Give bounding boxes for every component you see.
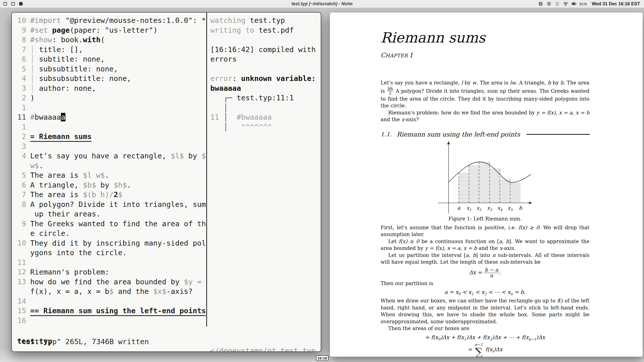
workspace-indicator-3[interactable] [19, 2, 23, 6]
riemann-bar [469, 165, 479, 203]
line-number: 9 [17, 25, 26, 35]
line-number: 2 [17, 132, 26, 142]
code-line[interactable]: 11#bwaaaaa [17, 112, 206, 122]
menu-bar-status-area: 81% Wed 31 Dec 16:16 EST [538, 1, 644, 7]
code-line[interactable]: writing to test.pdf [210, 25, 321, 35]
code-line[interactable]: 5The area is $l w$. [17, 170, 206, 180]
code-line[interactable]: 11 │ #bwaaaaa [210, 112, 321, 122]
code-line[interactable]: 7The area is $(b h)/2$ [17, 190, 206, 200]
line-number: 11 [17, 112, 26, 122]
code-line[interactable]: 9The Greeks wanted to find the area of t… [17, 219, 206, 229]
target-icon[interactable] [546, 1, 551, 6]
pdf-paragraph: Let f(x) ≥ 0 be a continuous function on… [381, 238, 589, 252]
riemann-bar [490, 168, 500, 203]
code-line[interactable]: ygons into the circle. [17, 248, 206, 258]
line-number: 1 [17, 122, 26, 132]
code-line[interactable] [210, 64, 321, 74]
code-line[interactable]: 2= Riemann sums [17, 132, 206, 142]
pdf-paragraph: Let's say you have a rectangle, l by w. … [381, 79, 589, 109]
x-axis-label: x4 [497, 205, 502, 212]
line-number: 9 [17, 219, 26, 229]
code-line[interactable]: 14 [17, 296, 206, 306]
workspace-indicator-1[interactable] [4, 2, 7, 6]
code-line[interactable]: watching test.typ [210, 16, 321, 25]
code-line[interactable]: 7│ title: [], [17, 45, 206, 55]
code-line[interactable]: 10They did it by inscribing many-sided p… [17, 238, 206, 248]
display-math-sum: = n−1∑ f(xi)Δx [381, 343, 589, 357]
line-number: 6 [17, 180, 26, 190]
layers-icon[interactable] [555, 1, 560, 6]
pdf-preview-window[interactable]: Riemann sumsCHAPTER 1Let's say you have … [330, 12, 643, 357]
pdf-figure: ax1x2x3x4x5b [436, 141, 534, 215]
code-line[interactable]: ┌─ test.typ:11:1 [210, 93, 321, 103]
code-line[interactable]: 16 [17, 316, 206, 326]
wifi-icon[interactable] [563, 1, 568, 6]
code-line[interactable]: 1 [17, 103, 206, 113]
pdf-chapter-heading: CHAPTER 1 [381, 52, 589, 59]
line-number: 11 [17, 258, 26, 267]
code-line[interactable]: 8#show: book.with( [17, 35, 206, 45]
code-line[interactable]: 8A polygon? Divide it into triangles, su… [17, 200, 206, 209]
code-line[interactable]: up their areas. [17, 209, 206, 219]
line-number: 2 [17, 93, 26, 103]
globe-icon[interactable] [538, 1, 543, 6]
code-line[interactable]: bwaaaaa [210, 83, 321, 93]
code-line[interactable]: 10#import "@preview/mousse-notes:1.0.0":… [17, 16, 206, 25]
code-line[interactable]: 4Let's say you have a rectangle, $l$ by … [17, 151, 206, 161]
x-axis-label: x3 [487, 205, 492, 212]
code-line[interactable]: 3 [17, 142, 206, 151]
pdf-document-title: Riemann sums [381, 30, 589, 46]
line-number: 1 [17, 103, 26, 113]
code-line[interactable]: 3│ author: none, [17, 83, 206, 93]
x-axis-label: x1 [466, 205, 471, 212]
code-line[interactable]: 1 [17, 122, 206, 132]
code-line[interactable]: 2) [17, 93, 206, 103]
code-line[interactable]: 12Riemann's problem: [17, 267, 206, 277]
code-line[interactable]: 11 [17, 258, 206, 267]
editor-pane-compiler-log[interactable]: watching test.typwriting to test.pdf[16:… [208, 13, 321, 327]
line-number: 3 [17, 142, 26, 151]
code-line[interactable]: f(x), x = a, x = b$ and the $x$-axis? [17, 287, 206, 296]
section-heading-rule [527, 134, 590, 135]
code-line[interactable]: 15== Riemann sum using the left-end poin… [17, 306, 206, 316]
line-number: 7 [17, 190, 26, 200]
code-line[interactable] [210, 35, 321, 45]
code-line[interactable]: 4│ subsubsubtitle: none, [17, 74, 206, 83]
code-line[interactable]: │ [210, 103, 321, 113]
battery-percent: 81% [579, 2, 587, 6]
menu-bar-clock[interactable]: Wed 31 Dec 16:16 EST [592, 1, 640, 7]
riemann-bar [500, 179, 510, 203]
code-line[interactable]: │ ^^^^^^^ [210, 122, 321, 132]
line-number: 5 [17, 64, 26, 74]
code-line[interactable]: error: unknown variable: [210, 74, 321, 83]
code-line[interactable]: 6A triangle, $b$ by $h$. [17, 180, 206, 190]
fraction: b − an [484, 267, 499, 279]
line-number: 4 [17, 151, 26, 161]
line-number: 5 [17, 170, 26, 180]
statusline-right-pane: </dogeystamp/nt test.typ [210, 346, 316, 352]
line-number: 14 [17, 296, 26, 306]
line-number: 8 [17, 200, 26, 209]
code-line[interactable]: 13how do we find the area bounded by $y … [17, 277, 206, 287]
nvim-window[interactable]: 10#import "@preview/mousse-notes:1.0.0":… [11, 12, 321, 352]
pdf-paragraph: First, let's assume that the function is… [381, 224, 589, 238]
code-line[interactable]: 5│ subsubtitle: none, [17, 64, 206, 74]
code-line[interactable]: [16:16:42] compiled with [210, 45, 321, 55]
code-line[interactable]: 9#set page(paper: "us-letter") [17, 25, 206, 35]
code-line[interactable]: w$. [17, 161, 206, 171]
x-axis-arrow [529, 201, 532, 204]
code-line[interactable]: e circle. [17, 229, 206, 238]
editor-pane-source[interactable]: 10#import "@preview/mousse-notes:1.0.0":… [12, 13, 207, 327]
code-line[interactable]: errors [210, 54, 321, 64]
code-line[interactable]: 6│ subtitle: none, [17, 54, 206, 64]
pdf-paragraph: Then the areas of our boxes are [381, 325, 589, 332]
riemann-bar [459, 173, 469, 203]
display-math: Δx = b − an. [381, 267, 589, 279]
battery-icon[interactable] [572, 1, 577, 6]
line-number: 3 [17, 83, 26, 93]
y-axis-arrow [447, 141, 450, 144]
pdf-paragraph: Then our partition is [381, 280, 589, 287]
display-math: a = x0 < x1 < x2 < ⋯ < xn = b. [381, 288, 589, 296]
workspace-indicator-2[interactable] [11, 2, 15, 6]
riemann-sum-plot: ax1x2x3x4x5b [436, 141, 534, 215]
